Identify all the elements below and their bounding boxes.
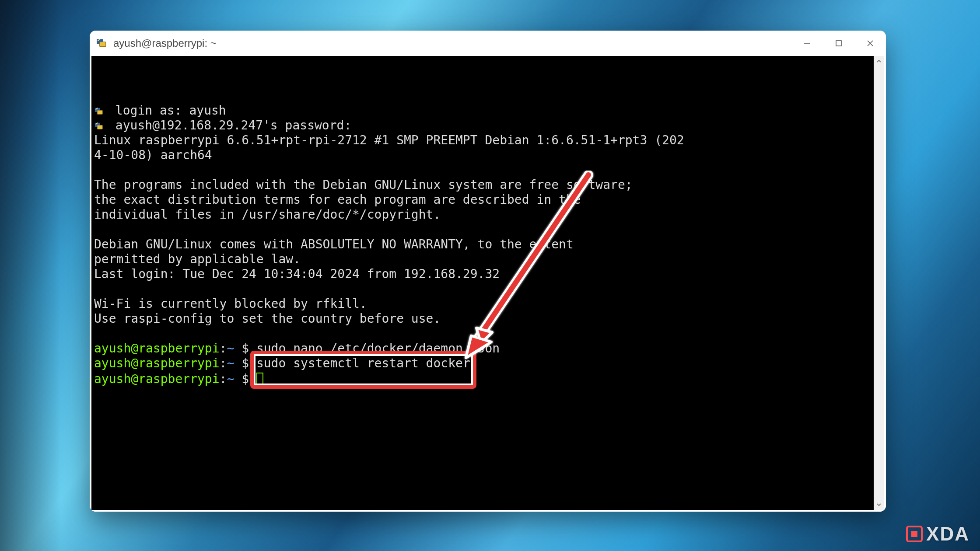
putty-line-icon [94,105,104,115]
warranty-line: Debian GNU/Linux comes with ABSOLUTELY N… [94,237,870,252]
putty-icon [96,38,107,49]
command-text: sudo nano /etc/docker/daemon.json [256,341,500,356]
window-title: ayush@raspberrypi: ~ [113,37,217,49]
wifi-line: Wi-Fi is currently blocked by rfkill. [94,296,870,311]
svg-rect-1 [100,42,106,47]
prompt-path: ~ [227,341,242,356]
terminal[interactable]: login as: ayush ayush@192.168.29.247's p… [91,56,874,510]
scroll-down-arrow[interactable] [874,499,884,510]
prompt-path: ~ [227,372,242,386]
watermark: XDA [905,523,970,545]
svg-rect-2 [836,41,841,46]
terminal-container: login as: ayush ayush@192.168.29.247's p… [90,56,886,512]
terminal-line [94,222,870,237]
motd-line: individual files in /usr/share/doc/*/cop… [94,207,870,222]
watermark-icon [905,525,924,543]
command-text: sudo systemctl restart docker [256,356,470,370]
last-login-line: Last login: Tue Dec 24 10:34:04 2024 fro… [94,267,870,282]
watermark-text: XDA [926,523,970,545]
terminal-line [94,163,870,178]
scrollbar[interactable] [874,56,884,510]
svg-rect-6 [97,125,102,129]
svg-rect-8 [911,531,917,537]
titlebar[interactable]: ayush@raspberrypi: ~ [90,31,886,56]
motd-line: The programs included with the Debian GN… [94,178,870,192]
terminal-line [94,282,870,296]
login-line: login as: ayush [94,103,870,118]
maximize-button[interactable] [823,31,854,56]
prompt-host: ayush@raspberrypi [94,341,220,356]
putty-window: ayush@raspberrypi: ~ login as: ayush ayu… [90,31,886,512]
background-shadow [0,0,61,551]
prompt-line: ayush@raspberrypi:~ $ sudo nano /etc/doc… [94,341,870,356]
prompt-path: ~ [227,356,242,370]
cursor [256,373,263,385]
window-controls [791,31,886,56]
close-button[interactable] [854,31,886,56]
warranty-line: permitted by applicable law. [94,252,870,267]
scroll-up-arrow[interactable] [874,56,884,66]
prompt-line: ayush@raspberrypi:~ $ [94,371,870,387]
password-line: ayush@192.168.29.247's password: [94,118,870,133]
prompt-symbol: $ [242,356,256,370]
terminal-line [94,326,870,341]
svg-rect-4 [97,110,102,114]
prompt-host: ayush@raspberrypi [94,372,220,386]
prompt-line: ayush@raspberrypi:~ $ sudo systemctl res… [94,356,870,371]
prompt-symbol: $ [242,372,256,386]
wifi-line: Use raspi-config to set the country befo… [94,311,870,326]
prompt-symbol: $ [242,341,256,356]
motd-line: the exact distribution terms for each pr… [94,192,870,207]
minimize-button[interactable] [791,31,823,56]
kernel-line: 4-10-08) aarch64 [94,148,870,163]
putty-line-icon [94,120,104,129]
prompt-host: ayush@raspberrypi [94,356,220,370]
kernel-line: Linux raspberrypi 6.6.51+rpt-rpi-2712 #1… [94,133,870,148]
